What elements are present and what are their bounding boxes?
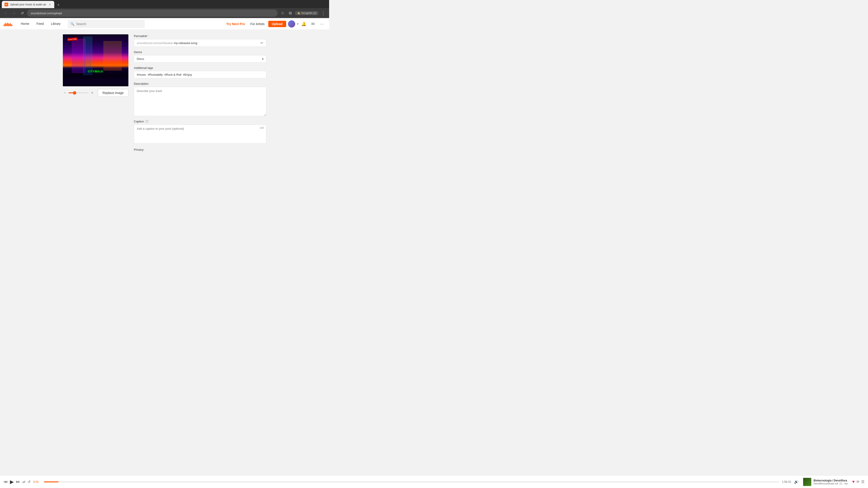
svg-rect-2 [5,23,6,26]
more-options-icon[interactable]: ⋯ [318,20,326,28]
address-bar-row: ← → ↺ soundcloud.com/upload ☆ ⧉ 🕵 Incogn… [0,8,329,18]
svg-rect-8 [11,24,11,26]
forward-button[interactable]: → [11,10,17,16]
svg-rect-0 [4,24,4,26]
permalink-label: Permalink* [134,34,266,38]
svg-rect-4 [7,23,8,26]
permalink-base: soundcloud.com/a24beaba/ [137,41,173,45]
notifications-icon[interactable]: 🔔 [300,20,307,28]
more-icon[interactable]: ⋮ [320,10,327,16]
svg-rect-9 [12,25,12,26]
permalink-slug: my-released-song [174,41,197,45]
tab-bar: SC Upload your music & audio an ✕ + [0,0,329,8]
avatar-button[interactable] [288,20,295,28]
extensions-icon[interactable]: ⧉ [287,10,293,16]
nav-feed[interactable]: Feed [33,18,47,30]
nav-right: Try Next Pro For Artists Upload ▾ 🔔 ✉ ⋯ [224,20,326,28]
incognito-badge[interactable]: 🕵 Incognito (2) [295,11,319,15]
privacy-group: Privacy: [134,148,266,151]
address-text: soundcloud.com/upload [31,11,62,15]
caption-header: Caption ? [134,120,266,123]
image-controls: − + Replace image [63,89,128,97]
genre-label: Genre [134,51,266,54]
permalink-field[interactable]: soundcloud.com/a24beaba/ my-released-son… [134,39,266,47]
track-image: Coca-Cola CITYWALK [63,34,128,86]
caption-textarea[interactable] [134,125,266,144]
new-tab-button[interactable]: + [55,2,61,8]
tab-close-icon[interactable]: ✕ [48,3,52,6]
svg-rect-1 [4,24,5,26]
tags-label: Additional tags [134,66,266,70]
tags-group: Additional tags [134,66,266,78]
sc-logo[interactable] [4,22,13,26]
try-next-pro-button[interactable]: Try Next Pro [224,21,247,27]
svg-rect-3 [6,24,7,26]
upload-button[interactable]: Upload [268,21,286,27]
main-content: Coca-Cola CITYWALK − + Replace image [0,30,329,188]
caption-group: Caption ? 140 [134,120,266,144]
search-input[interactable] [76,22,142,26]
image-zoom-slider[interactable] [68,92,88,93]
zoom-in-icon[interactable]: + [90,90,94,95]
nav-home[interactable]: Home [17,18,33,30]
caption-label: Caption [134,120,144,123]
sc-nav-links: Home Feed Library [17,18,64,30]
toolbar-right: ☆ ⧉ 🕵 Incognito (2) ⋮ [279,10,327,16]
sc-logo-icon [4,22,13,26]
genre-select-wrap: Disco Pop Rock Hip-Hop Electronic ▾ [134,55,266,63]
nav-library[interactable]: Library [47,18,64,30]
tab-favicon: SC [4,3,8,6]
svg-rect-6 [9,24,10,26]
chevron-down-icon[interactable]: ▾ [297,22,298,26]
messages-icon[interactable]: ✉ [309,20,316,28]
privacy-label: Privacy: [134,148,266,151]
active-tab[interactable]: SC Upload your music & audio an ✕ [2,1,54,8]
sc-app: Home Feed Library 🔍 Try Next Pro For Art… [0,18,329,188]
sc-nav: Home Feed Library 🔍 Try Next Pro For Art… [0,18,329,30]
replace-image-button[interactable]: Replace image [98,89,128,97]
description-group: Description [134,82,266,116]
tab-title: Upload your music & audio an [10,3,46,6]
permalink-group: Permalink* soundcloud.com/a24beaba/ my-r… [134,34,266,47]
search-icon: 🔍 [70,22,74,26]
genre-select[interactable]: Disco Pop Rock Hip-Hop Electronic [134,55,266,63]
address-bar[interactable]: soundcloud.com/upload [27,9,278,17]
svg-rect-5 [8,23,9,26]
genre-group: Genre Disco Pop Rock Hip-Hop Electronic … [134,51,266,63]
bookmark-icon[interactable]: ☆ [279,10,286,16]
tags-input[interactable] [134,71,266,78]
caption-count: 140 [259,126,264,129]
back-button[interactable]: ← [3,10,9,16]
zoom-out-icon[interactable]: − [63,90,67,95]
image-panel: Coca-Cola CITYWALK − + Replace image [63,34,128,188]
upload-container: Coca-Cola CITYWALK − + Replace image [63,34,266,188]
description-label: Description [134,82,266,86]
incognito-label: Incognito (2) [301,11,316,15]
permalink-edit-icon[interactable]: ✏ [260,41,264,45]
incognito-icon: 🕵 [297,11,301,15]
refresh-button[interactable]: ↺ [19,10,25,16]
form-panel: Permalink* soundcloud.com/a24beaba/ my-r… [134,34,266,188]
caption-help-icon[interactable]: ? [145,120,149,123]
caption-wrap: 140 [134,125,266,144]
search-box[interactable]: 🔍 [68,20,145,28]
svg-rect-7 [10,23,11,26]
for-artists-button[interactable]: For Artists [249,21,267,27]
description-textarea[interactable] [134,87,266,116]
